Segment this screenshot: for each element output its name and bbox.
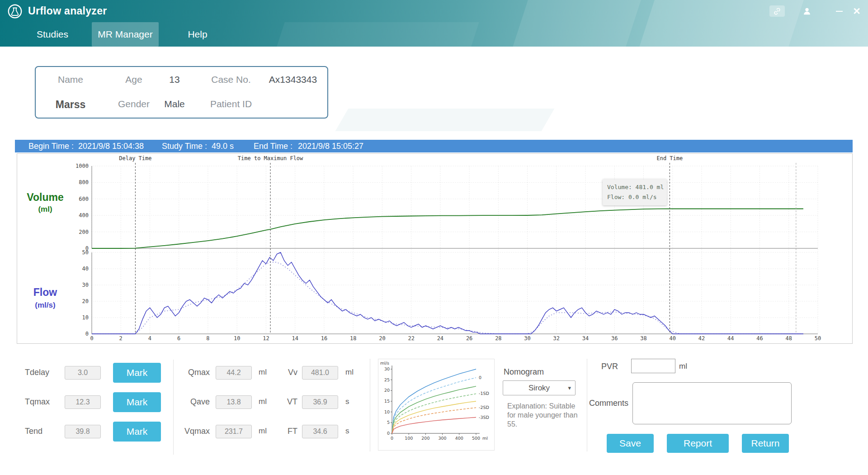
svg-text:46: 46: [756, 335, 763, 342]
tdelay-field[interactable]: [65, 366, 101, 380]
vv-unit: ml: [345, 368, 354, 377]
close-button[interactable]: ✕: [850, 0, 863, 22]
svg-text:22: 22: [408, 335, 414, 342]
svg-text:0: 0: [90, 335, 93, 342]
minimize-button[interactable]: [833, 0, 845, 22]
svg-text:200: 200: [79, 229, 89, 235]
svg-text:5: 5: [387, 420, 390, 425]
divider: [370, 359, 370, 451]
patient-name-label: Name: [39, 74, 102, 85]
svg-text:32: 32: [553, 335, 560, 342]
svg-text:6: 6: [177, 335, 180, 342]
pvr-unit: ml: [679, 362, 687, 371]
svg-text:14: 14: [292, 335, 298, 342]
svg-text:12: 12: [263, 335, 269, 342]
patient-case-value: Ax1343343: [261, 74, 325, 85]
qmax-field[interactable]: [216, 366, 252, 380]
svg-text:Delay Time: Delay Time: [119, 155, 151, 162]
user-icon: [802, 6, 812, 16]
close-icon: ✕: [853, 6, 861, 17]
study-time-bar: Begin Time : 2021/9/8 15:04:38 Study Tim…: [15, 140, 853, 152]
study-time-value: 49.0 s: [212, 140, 234, 152]
mark-tqmax-button[interactable]: Mark: [113, 392, 161, 412]
patient-case-label: Case No.: [199, 74, 263, 85]
svg-text:2: 2: [119, 335, 123, 342]
svg-text:1000: 1000: [75, 163, 89, 169]
pvr-input[interactable]: [631, 359, 675, 373]
svg-text:16: 16: [321, 335, 327, 342]
menu-item-mr-manager[interactable]: MR Manager: [92, 22, 159, 47]
ft-label: FT: [271, 427, 297, 436]
user-button[interactable]: [800, 5, 814, 18]
svg-text:26: 26: [466, 335, 472, 342]
header: Urflow analyzer ✕: [0, 0, 868, 47]
report-button[interactable]: Report: [667, 434, 729, 453]
tend-field[interactable]: [65, 425, 101, 438]
save-button[interactable]: Save: [607, 434, 654, 453]
svg-text:34: 34: [582, 335, 589, 342]
svg-text:0: 0: [387, 431, 390, 436]
app-logo-icon: [7, 4, 23, 19]
svg-text:-1SD: -1SD: [479, 391, 489, 396]
svg-text:ml/s: ml/s: [380, 361, 389, 366]
qave-field[interactable]: [216, 395, 252, 409]
svg-text:42: 42: [698, 335, 705, 342]
vt-unit: s: [345, 397, 349, 406]
svg-text:End Time: End Time: [656, 155, 683, 162]
qmax-unit: ml: [259, 368, 267, 377]
nomogram-chart-box: 0100200300400500051015202530ml/sml0-1SD-…: [378, 359, 495, 451]
mark-tdelay-button[interactable]: Mark: [113, 363, 161, 383]
menubar: Studies MR Manager Help: [0, 22, 868, 47]
ft-field[interactable]: [302, 425, 338, 438]
tend-label: Tend: [25, 427, 42, 436]
patient-age-value: 13: [143, 74, 206, 85]
svg-text:10: 10: [82, 314, 89, 321]
results-panel: Tdelay Mark Tqmax Mark Tend Mark Qmax ml…: [0, 344, 868, 475]
svg-text:48: 48: [786, 335, 792, 342]
link-button[interactable]: [769, 5, 785, 17]
mark-tend-button[interactable]: Mark: [113, 422, 161, 442]
app-title: Urflow analyzer: [28, 0, 107, 22]
svg-text:40: 40: [82, 266, 89, 272]
vt-label: VT: [271, 397, 297, 407]
volume-axis-title: Volume: [27, 191, 63, 203]
svg-text:40: 40: [670, 335, 676, 342]
tqmax-field[interactable]: [65, 395, 101, 409]
svg-text:100: 100: [405, 436, 413, 441]
chevron-down-icon: ▾: [568, 381, 571, 395]
tooltip-volume-line: Volume: 481.0 ml: [607, 182, 662, 192]
svg-text:ml: ml: [482, 436, 488, 441]
menu-item-help[interactable]: Help: [177, 22, 218, 47]
svg-text:20: 20: [82, 298, 89, 304]
svg-text:25: 25: [384, 377, 390, 382]
svg-text:200: 200: [421, 436, 429, 441]
return-button[interactable]: Return: [742, 434, 789, 453]
app-window: Urflow analyzer ✕: [0, 0, 868, 475]
vt-field[interactable]: [302, 395, 338, 409]
vqmax-unit: ml: [259, 427, 267, 436]
vqmax-field[interactable]: [216, 425, 252, 438]
begin-time-value: 2021/9/8 15:04:38: [78, 140, 144, 152]
svg-text:30: 30: [82, 282, 89, 288]
comments-textarea[interactable]: [632, 382, 792, 424]
nomogram-select[interactable]: Siroky ▾: [503, 380, 576, 395]
vqmax-label: Vqmax: [174, 427, 210, 436]
svg-text:50: 50: [82, 249, 89, 256]
nomogram-chart: 0100200300400500051015202530ml/sml0-1SD-…: [378, 359, 494, 450]
tooltip-flow-line: Flow: 0.0 ml/s: [607, 192, 662, 202]
nomogram-label: Nomogram: [504, 367, 544, 377]
qmax-label: Qmax: [174, 368, 210, 377]
end-time-label: End Time :: [254, 140, 292, 152]
vv-label: Vv: [271, 368, 297, 377]
svg-text:0: 0: [85, 331, 89, 337]
comments-label: Comments: [589, 399, 628, 408]
nomogram-selected-value: Siroky: [528, 384, 550, 392]
svg-text:-3SD: -3SD: [479, 415, 489, 420]
svg-text:28: 28: [495, 335, 501, 342]
svg-text:4: 4: [148, 335, 151, 342]
tqmax-label: Tqmax: [25, 397, 50, 407]
menu-item-studies[interactable]: Studies: [27, 22, 78, 47]
tdelay-label: Tdelay: [25, 368, 49, 377]
vv-field[interactable]: [302, 366, 338, 380]
svg-text:38: 38: [640, 335, 646, 342]
